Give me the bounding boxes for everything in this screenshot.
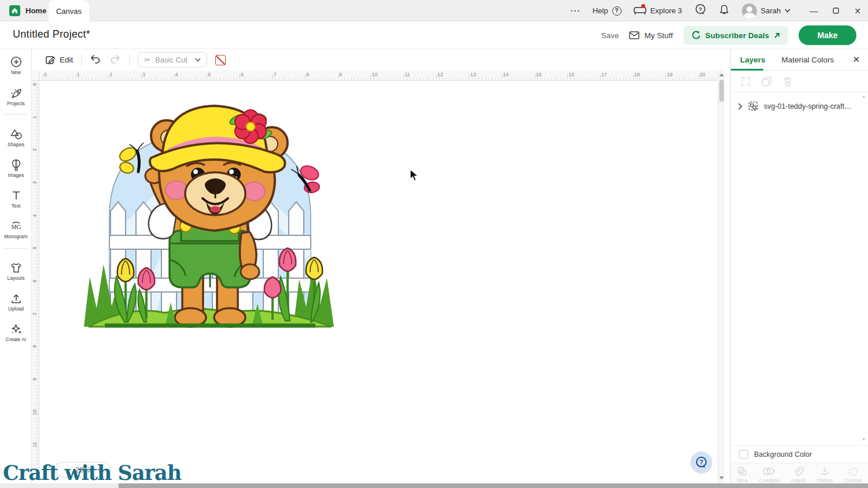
sidebar-item-projects[interactable]: Projects <box>0 87 32 106</box>
contour-button[interactable]: Contour <box>844 466 862 483</box>
make-button[interactable]: Make <box>799 25 856 45</box>
redo-button[interactable] <box>109 54 121 66</box>
h-ruler-number: 15 <box>536 72 542 77</box>
color-swatch-no-fill[interactable] <box>215 55 226 65</box>
tab-layers[interactable]: Layers <box>740 56 766 64</box>
h-ruler-number: 17 <box>601 72 607 77</box>
close-panel-icon[interactable]: ✕ <box>852 55 860 64</box>
new-plus-icon <box>10 56 23 68</box>
balloon-icon <box>10 158 23 171</box>
page-horizontal-scrollbar[interactable] <box>0 483 868 488</box>
undo-button[interactable] <box>90 54 101 66</box>
hat-flower <box>235 110 266 143</box>
combine-button[interactable]: Combine <box>759 466 779 483</box>
tab-material-colors[interactable]: Material Colors <box>782 56 834 64</box>
combine-icon <box>762 466 777 477</box>
toolbar-divider <box>81 54 82 66</box>
list-scroll-down-arrow[interactable]: ▲ <box>862 437 866 441</box>
background-color-swatch[interactable] <box>739 450 748 459</box>
my-stuff-button[interactable]: My Stuff <box>629 31 672 40</box>
group-icon <box>748 101 759 112</box>
tab-canvas[interactable]: Canvas <box>49 0 89 22</box>
attach-button[interactable]: Attach <box>791 466 806 483</box>
select-layers-icon[interactable] <box>740 76 752 87</box>
h-ruler-number: 16 <box>568 72 574 77</box>
duplicate-icon[interactable] <box>761 76 773 87</box>
v-ruler-number: 2 <box>32 146 38 153</box>
sidebar-item-create-ai[interactable]: Create AI <box>0 323 32 342</box>
canvas-vertical-scrollbar[interactable] <box>718 71 724 483</box>
maximize-button[interactable] <box>833 7 839 15</box>
contour-icon <box>848 466 859 477</box>
access-icon <box>692 31 701 40</box>
sidebar-item-images[interactable]: Images <box>0 158 32 178</box>
feedback-question-icon[interactable]: ? <box>694 3 707 18</box>
h-ruler-number: 13 <box>470 72 476 77</box>
sidebar-item-upload[interactable]: Upload <box>0 292 32 312</box>
edit-button[interactable]: Edit <box>45 55 73 65</box>
scroll-down-arrow[interactable] <box>719 476 724 479</box>
overflow-menu-icon[interactable]: ⋯ <box>570 5 580 17</box>
scissors-icon: ✂ <box>144 56 150 64</box>
help-chat-button[interactable]: ? <box>690 452 712 474</box>
notification-badge <box>641 4 645 8</box>
sidebar-item-new[interactable]: New <box>0 56 32 75</box>
h-ruler-number: 1 <box>77 72 80 77</box>
left-sidebar: New Projects Shapes Images Text MG Monog… <box>0 49 32 488</box>
close-window-button[interactable]: ✕ <box>854 7 861 15</box>
bell-icon[interactable] <box>719 4 730 18</box>
page-scroll-thumb[interactable] <box>119 483 868 488</box>
sidebar-item-text[interactable]: Text <box>0 189 32 209</box>
sidebar-item-shapes[interactable]: Shapes <box>0 128 32 147</box>
monogram-icon: MG <box>10 220 23 232</box>
operation-value: Basic Cut <box>155 56 190 64</box>
canvas-tab-label: Canvas <box>56 7 82 16</box>
scroll-thumb[interactable] <box>719 80 724 102</box>
v-ruler-number: 1 <box>32 114 38 121</box>
tshirt-icon <box>10 261 23 274</box>
v-ruler-number: 8 <box>32 343 38 350</box>
h-ruler-number: 18 <box>634 72 640 77</box>
envelope-icon <box>629 31 639 39</box>
help-menu[interactable]: Help ? <box>593 6 621 16</box>
explore-machine-menu[interactable]: Explore 3 <box>634 6 682 15</box>
v-ruler-number: 7 <box>32 310 38 317</box>
h-ruler-number: 20 <box>700 72 705 77</box>
user-menu[interactable]: Sarah <box>742 3 791 19</box>
sidebar-divider <box>5 248 27 249</box>
user-name: Sarah <box>761 6 781 15</box>
h-ruler-number: 8 <box>306 72 309 77</box>
scroll-up-arrow[interactable] <box>719 73 724 76</box>
list-scroll-up-arrow[interactable]: ▲ <box>862 94 866 98</box>
h-ruler-number: 19 <box>667 72 672 77</box>
layer-row[interactable]: svg-01-teddy-spring-craft… <box>731 93 868 112</box>
delete-icon[interactable] <box>782 76 793 87</box>
layers-panel: Layers Material Colors ✕ svg-01-teddy-sp… <box>730 49 868 488</box>
subscriber-deals-button[interactable]: Subscriber Deals <box>683 26 788 45</box>
h-ruler-number: 0 <box>44 72 47 77</box>
project-header: Untitled Project* Save My Stuff Subscrib… <box>0 21 868 49</box>
help-label: Help <box>593 6 608 15</box>
flatten-button[interactable]: Flatten <box>816 466 833 483</box>
tab-home[interactable]: Home <box>9 0 46 21</box>
canvas-artwork-teddy-bear[interactable] <box>84 93 336 329</box>
h-ruler-number: 2 <box>109 72 112 77</box>
save-button[interactable]: Save <box>601 31 619 40</box>
sidebar-item-layouts[interactable]: Layouts <box>0 261 32 281</box>
svg-text:MG: MG <box>11 224 21 230</box>
v-ruler: 01234567891011 <box>32 81 39 476</box>
operation-select[interactable]: ✂ Basic Cut <box>138 52 207 68</box>
v-ruler-number: 10 <box>32 409 38 416</box>
edit-pen-icon <box>45 55 56 65</box>
sidebar-item-monogram[interactable]: MG Monogram <box>0 220 32 239</box>
minimize-button[interactable]: — <box>810 7 818 15</box>
slice-icon <box>737 466 748 477</box>
text-icon <box>10 189 23 202</box>
expand-chevron-icon[interactable] <box>738 103 742 110</box>
h-ruler-number: 3 <box>142 72 145 77</box>
h-ruler-number: 14 <box>503 72 509 77</box>
shapes-icon <box>10 128 23 141</box>
slice-button[interactable]: Slice <box>737 466 748 483</box>
avatar <box>742 3 757 19</box>
yellow-butterfly <box>117 143 144 175</box>
